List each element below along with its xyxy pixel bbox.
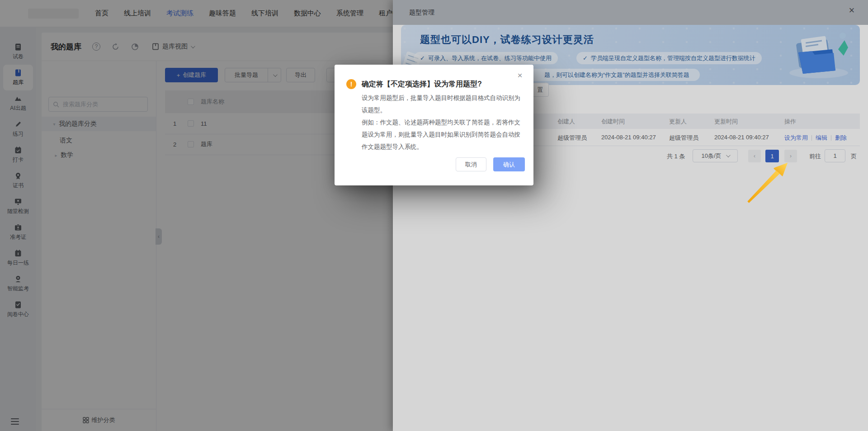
drawer-header: 题型管理 × xyxy=(393,0,868,25)
cell-created-at: 2024-08-21 09:40:27 xyxy=(601,134,656,141)
pointer-arrow-annotation xyxy=(744,159,793,207)
cell-creator: 超级管理员 xyxy=(557,134,587,142)
banner-pill-1: ✓ 可录入、导入系统，在试卷、练习等功能中使用 xyxy=(414,52,558,64)
dialog-title: 确定将【不定项选择】设为常用题型? xyxy=(362,80,526,89)
confirm-dialog: × ! 确定将【不定项选择】设为常用题型? 设为常用题型后，批量导入题目时根据题… xyxy=(335,65,533,185)
warning-icon: ! xyxy=(346,79,356,89)
header-actions: 操作 xyxy=(784,118,796,126)
goto-page-input[interactable] xyxy=(825,149,845,162)
header-updater: 更新人 xyxy=(669,118,687,126)
header-creator: 创建人 xyxy=(557,118,575,126)
row-actions: 设为常用 编辑 删除 xyxy=(784,134,847,142)
edit-link[interactable]: 编辑 xyxy=(816,134,827,142)
total-count: 共 1 条 xyxy=(667,152,685,161)
banner-illustration xyxy=(785,28,853,82)
banner-title: 题型也可以DIY，试卷练习设计更灵活 xyxy=(420,33,594,47)
check-icon: ✓ xyxy=(420,55,425,62)
cancel-button[interactable]: 取消 xyxy=(456,157,486,171)
delete-link[interactable]: 删除 xyxy=(835,134,847,142)
dialog-close-icon[interactable]: × xyxy=(515,71,524,80)
banner-pill-2: ✓ 学员端呈现自定义题型名称，管理端按自定义题型进行数据统计 xyxy=(576,52,762,64)
drawer-title: 题型管理 xyxy=(409,9,434,17)
screen: 首页 线上培训 考试测练 趣味答题 线下培训 数据中心 系统管理 租户中心 试卷… xyxy=(0,0,868,431)
goto-label: 前往 xyxy=(809,152,821,161)
dialog-body-line: 设为常用题型后，批量导入题目时根据题目格式自动识别为该题型。 xyxy=(362,92,523,116)
goto-suffix: 页 xyxy=(851,152,857,161)
cell-updater: 超级管理员 xyxy=(669,134,698,142)
check-icon: ✓ xyxy=(583,55,588,62)
header-updated-at: 更新时间 xyxy=(714,118,738,126)
set-common-link[interactable]: 设为常用 xyxy=(784,134,808,142)
dialog-body: 设为常用题型后，批量导入题目时根据题目格式自动识别为该题型。 例如：作文题、论述… xyxy=(362,92,523,153)
page-size-value: 10条/页 xyxy=(701,152,721,160)
drawer-close-icon[interactable]: × xyxy=(846,5,858,16)
banner-pill-text: 可录入、导入系统，在试卷、练习等功能中使用 xyxy=(428,54,552,62)
page-size-select[interactable]: 10条/页 xyxy=(693,149,738,162)
dialog-body-line: 例如：作文题、论述题两种题型均关联了简答题，若将作文题设为常用，则批量导入题目时… xyxy=(362,116,523,153)
header-created-at: 创建时间 xyxy=(601,118,625,126)
chevron-down-icon xyxy=(726,153,730,157)
banner-pill-text: 题，则可以创建名称为“作文题”的题型并选择关联简答题 xyxy=(544,71,689,79)
cell-updated-at: 2024-08-21 09:40:27 xyxy=(714,134,769,141)
confirm-button[interactable]: 确认 xyxy=(493,157,525,171)
type-settings-label: 置 xyxy=(537,86,543,94)
banner-pill-text: 学员端呈现自定义题型名称，管理端按自定义题型进行数据统计 xyxy=(591,54,755,62)
